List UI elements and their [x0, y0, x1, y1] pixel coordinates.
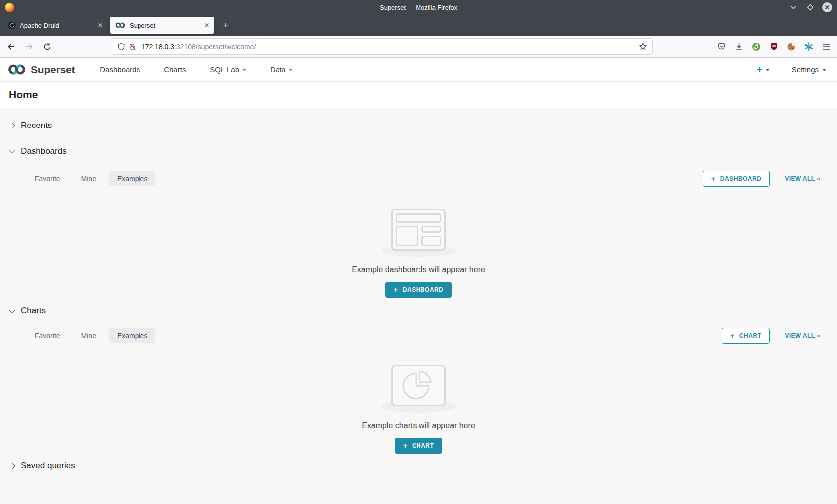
charts-filter-tabs: Favorite Mine Examples	[27, 328, 155, 343]
section-dashboards[interactable]: Dashboards	[10, 141, 827, 161]
page-title: Home	[9, 89, 38, 101]
chevron-right-icon	[9, 123, 15, 129]
superset-infinity-icon	[7, 63, 27, 76]
close-icon[interactable]	[822, 2, 832, 12]
insecure-lock-icon[interactable]	[129, 43, 137, 51]
nav-charts[interactable]: Charts	[152, 58, 198, 82]
tab-superset[interactable]: Superset	[110, 17, 214, 34]
empty-state-text: Example dashboards will appear here	[352, 265, 485, 274]
new-item-menu[interactable]: +	[757, 65, 770, 75]
download-icon[interactable]	[732, 40, 746, 54]
back-icon[interactable]	[4, 39, 19, 54]
section-recents[interactable]: Recents	[10, 116, 827, 135]
new-tab-button[interactable]: +	[218, 18, 233, 33]
add-chart-button[interactable]: + CHART	[395, 438, 443, 454]
page-header: Home	[0, 82, 837, 108]
view-all-charts-link[interactable]: VIEW ALL »	[785, 332, 820, 339]
add-dashboard-button[interactable]: + DASHBOARD	[385, 282, 452, 298]
menu-icon[interactable]	[819, 40, 833, 54]
tab-examples[interactable]: Examples	[109, 171, 155, 186]
druid-favicon	[8, 21, 16, 29]
reload-icon[interactable]	[40, 39, 55, 54]
new-chart-button[interactable]: + CHART	[722, 328, 770, 344]
superset-logo[interactable]: Superset	[7, 63, 75, 76]
tab-mine[interactable]: Mine	[73, 328, 104, 343]
tab-favorite[interactable]: Favorite	[27, 328, 68, 343]
chevron-down-icon	[242, 69, 246, 71]
new-dashboard-button[interactable]: + DASHBOARD	[703, 171, 770, 187]
nav-data[interactable]: Data	[258, 58, 305, 82]
tab-close-icon[interactable]	[204, 23, 209, 28]
chevron-down-icon	[9, 147, 15, 154]
tab-favorite[interactable]: Favorite	[27, 171, 68, 186]
chevron-right-icon	[9, 463, 15, 469]
tab-close-icon[interactable]	[98, 23, 103, 28]
window-titlebar: Superset — Mozilla Firefox	[0, 0, 837, 15]
home-content: Recents Dashboards Favorite Mine Example…	[0, 108, 837, 504]
settings-menu[interactable]: Settings	[792, 65, 826, 74]
superset-navbar: Superset Dashboards Charts SQL Lab Data …	[0, 58, 837, 82]
nav-dashboards[interactable]: Dashboards	[88, 58, 152, 82]
extension-green-icon[interactable]	[749, 40, 763, 54]
minimize-icon[interactable]	[788, 2, 798, 12]
url-text: 172.18.0.3:32108/superset/welcome/	[141, 43, 256, 51]
tab-title: Superset	[130, 22, 200, 29]
tab-title: Apache Druid	[20, 22, 94, 29]
tab-bar: Apache Druid Superset +	[0, 15, 837, 36]
dashboards-subheader: Favorite Mine Examples + DASHBOARD VIEW …	[10, 170, 827, 187]
dashboards-filter-tabs: Favorite Mine Examples	[27, 171, 155, 186]
ublock-icon[interactable]: uB	[767, 40, 781, 54]
empty-state-text: Example charts will appear here	[362, 421, 475, 430]
view-all-dashboards-link[interactable]: VIEW ALL »	[785, 175, 820, 182]
chevron-down-icon	[9, 307, 15, 313]
charts-subheader: Favorite Mine Examples + CHART VIEW ALL …	[10, 327, 827, 344]
dashboard-empty-icon	[391, 209, 446, 251]
charts-empty-state: Example charts will appear here + CHART	[10, 350, 827, 454]
chart-empty-icon	[391, 365, 446, 406]
tab-apache-druid[interactable]: Apache Druid	[3, 17, 108, 34]
url-bar[interactable]: 172.18.0.3:32108/superset/welcome/	[112, 38, 653, 55]
tab-mine[interactable]: Mine	[73, 171, 104, 186]
shield-icon[interactable]	[117, 43, 125, 51]
bookmark-star-icon[interactable]	[639, 42, 647, 51]
svg-text:uB: uB	[772, 44, 776, 48]
nav-sql-lab[interactable]: SQL Lab	[198, 58, 258, 82]
superset-favicon	[115, 22, 126, 29]
plus-icon: +	[757, 65, 763, 75]
section-saved-queries[interactable]: Saved queries	[10, 456, 827, 476]
chevron-down-icon	[766, 69, 770, 71]
extension-asterisk-icon[interactable]	[802, 40, 816, 54]
browser-toolbar: 172.18.0.3:32108/superset/welcome/	[0, 36, 837, 58]
brand-name: Superset	[31, 64, 75, 76]
chevron-down-icon	[822, 69, 826, 71]
section-charts[interactable]: Charts	[10, 301, 827, 321]
chevron-down-icon	[289, 69, 293, 71]
forward-icon[interactable]	[22, 39, 37, 54]
pocket-icon[interactable]	[714, 40, 728, 54]
maximize-icon[interactable]	[805, 2, 815, 12]
tab-examples[interactable]: Examples	[109, 328, 155, 343]
window-title: Superset — Mozilla Firefox	[0, 4, 837, 11]
dashboards-empty-state: Example dashboards will appear here + DA…	[10, 195, 827, 298]
cookie-extension-icon[interactable]	[784, 40, 798, 54]
